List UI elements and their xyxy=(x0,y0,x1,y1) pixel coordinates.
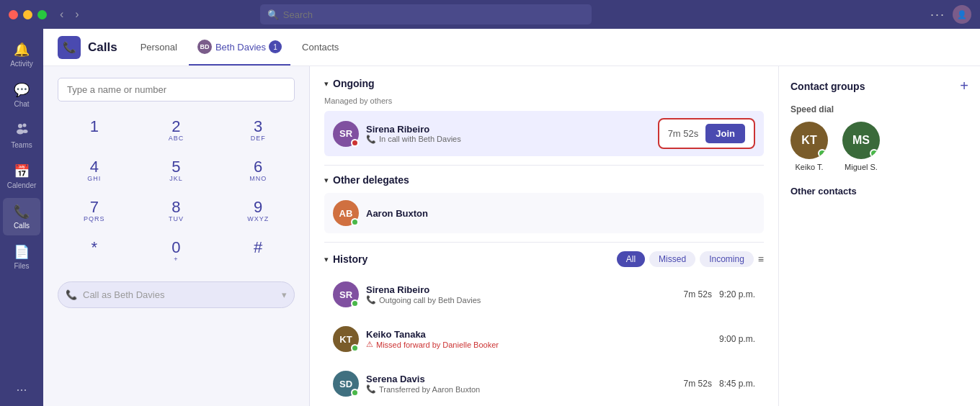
calls-icon-wrap: 📞 xyxy=(58,36,81,59)
sidebar-item-calendar[interactable]: 📅 Calender xyxy=(3,158,40,195)
dialpad-grid: 1 2ABC 3DEF 4GHI 5JKL 6MNO 7PQRS 8TUV 9W… xyxy=(58,114,295,267)
sidebar-item-teams[interactable]: Teams xyxy=(3,117,40,155)
user-avatar[interactable]: 👤 xyxy=(953,5,971,24)
svg-point-3 xyxy=(23,130,28,133)
filter-sort-icon[interactable]: ≡ xyxy=(758,253,764,265)
sidebar-item-label: Teams xyxy=(11,141,32,149)
sirena-status-dot xyxy=(351,139,359,147)
dial-key-8[interactable]: 8TUV xyxy=(140,195,213,227)
keiko-sd-status xyxy=(818,149,827,158)
sidebar-item-files[interactable]: 📄 Files xyxy=(3,238,40,276)
call-timer: 7m 52s xyxy=(668,128,699,139)
history-item-keiko[interactable]: KT Keiko Tanaka ⚠ Missed forward by Dani… xyxy=(324,319,764,359)
call-phone-sub-icon: 📞 xyxy=(366,135,376,144)
contact-groups-header: Contact groups + xyxy=(790,78,968,94)
dial-key-0[interactable]: 0+ xyxy=(140,235,213,267)
hist-serena-meta: 7m 52s 8:45 p.m. xyxy=(684,379,755,389)
history-item-sirena[interactable]: SR Sirena Ribeiro 📞 Outgoing call by Bet… xyxy=(324,274,764,315)
back-button[interactable]: ‹ xyxy=(55,6,68,22)
dial-key-9[interactable]: 9WXYZ xyxy=(221,195,295,227)
keiko-sd-name: Keiko T. xyxy=(796,163,824,171)
dial-key-2[interactable]: 2ABC xyxy=(140,114,213,146)
maximize-dot[interactable] xyxy=(37,10,47,19)
miguel-sd-status xyxy=(870,149,878,158)
speed-dial-title: Speed dial xyxy=(790,104,968,114)
sidebar-item-calls[interactable]: 📞 Calls xyxy=(3,198,40,235)
hist-keiko-status xyxy=(351,344,359,352)
content-area: 📞 Calls Personal BD Beth Davies 1 Contac… xyxy=(43,29,980,406)
forward-button[interactable]: › xyxy=(71,6,83,22)
ongoing-toggle[interactable]: ▾ xyxy=(324,79,329,89)
search-input[interactable] xyxy=(283,9,584,20)
beth-davies-avatar: BD xyxy=(197,40,212,54)
dropdown-arrow-icon[interactable]: ▾ xyxy=(282,289,287,300)
history-section-row: ▾ History All Missed Incoming ≡ xyxy=(324,251,764,267)
sidebar: 🔔 Activity 💬 Chat Teams 📅 Calender 📞 Cal… xyxy=(0,29,43,406)
search-icon: 🔍 xyxy=(267,9,279,20)
search-bar[interactable]: 🔍 xyxy=(260,4,592,24)
tab-beth-davies[interactable]: BD Beth Davies 1 xyxy=(189,30,290,66)
delegate-item[interactable]: AB Aaron Buxton xyxy=(324,193,764,233)
other-delegates-header: ▾ Other delegates xyxy=(324,174,764,186)
history-section-header: ▾ History xyxy=(324,253,368,265)
titlebar: ‹ › 🔍 ··· 👤 xyxy=(0,0,980,29)
more-options-button[interactable]: ··· xyxy=(930,7,945,22)
dial-key-4[interactable]: 4GHI xyxy=(58,155,131,186)
other-contacts-title: Other contacts xyxy=(790,186,968,197)
sirena-avatar-wrap: SR xyxy=(333,121,359,147)
speed-dial-miguel[interactable]: MS Miguel S. xyxy=(842,122,880,171)
transfer-icon: 📞 xyxy=(366,384,376,394)
dial-key-star[interactable]: * xyxy=(58,235,131,267)
tab-beth-davies-label: Beth Davies xyxy=(215,42,266,53)
titlebar-right: ··· 👤 xyxy=(930,5,971,24)
minimize-dot[interactable] xyxy=(23,10,32,19)
dial-key-5[interactable]: 5JKL xyxy=(140,155,213,186)
hist-keiko-meta: 9:00 p.m. xyxy=(719,334,755,344)
dial-key-3[interactable]: 3DEF xyxy=(221,114,295,146)
hist-keiko-avatar-wrap: KT xyxy=(333,326,359,352)
dial-key-hash[interactable]: # xyxy=(221,235,295,267)
svg-point-2 xyxy=(17,130,24,135)
speed-dial-keiko[interactable]: KT Keiko T. xyxy=(790,122,828,171)
join-button[interactable]: Join xyxy=(705,124,745,143)
history-toggle[interactable]: ▾ xyxy=(324,255,329,264)
hist-sirena-sub: 📞 Outgoing call by Beth Davies xyxy=(366,295,677,304)
ongoing-call-name: Sirena Ribeiro xyxy=(366,124,651,135)
ongoing-call-item[interactable]: SR Sirena Ribeiro 📞 In call with Beth Da… xyxy=(324,111,764,156)
sidebar-item-chat[interactable]: 💬 Chat xyxy=(3,76,40,114)
delegates-toggle[interactable]: ▾ xyxy=(324,176,329,185)
dial-key-7[interactable]: 7PQRS xyxy=(58,195,131,227)
sidebar-item-label: Chat xyxy=(14,100,29,108)
join-box: 7m 52s Join xyxy=(658,118,755,149)
history-item-serena[interactable]: SD Serena Davis 📞 Transferred by Aaron B… xyxy=(324,364,764,404)
calls-title: Calls xyxy=(88,40,117,55)
svg-point-0 xyxy=(18,124,22,128)
calls-icon: 📞 xyxy=(14,204,30,220)
dial-key-6[interactable]: 6MNO xyxy=(221,155,295,186)
tab-personal[interactable]: Personal xyxy=(132,32,186,64)
close-dot[interactable] xyxy=(9,10,18,19)
add-contact-group-button[interactable]: + xyxy=(960,78,968,94)
sidebar-more-button[interactable]: ··· xyxy=(16,382,27,397)
sidebar-item-activity[interactable]: 🔔 Activity xyxy=(3,36,40,73)
history-list: SR Sirena Ribeiro 📞 Outgoing call by Bet… xyxy=(324,274,764,404)
delegates-title: Other delegates xyxy=(333,174,409,186)
hist-keiko-name: Keiko Tanaka xyxy=(366,329,712,340)
miguel-sd-avatar: MS xyxy=(842,122,880,159)
sidebar-item-label: Calender xyxy=(7,181,37,189)
hist-sirena-avatar-wrap: SR xyxy=(333,281,359,307)
tab-contacts[interactable]: Contacts xyxy=(293,32,347,64)
dialpad-input[interactable] xyxy=(58,78,295,102)
hist-keiko-info: Keiko Tanaka ⚠ Missed forward by Daniell… xyxy=(366,329,712,349)
dialpad-panel: 1 2ABC 3DEF 4GHI 5JKL 6MNO 7PQRS 8TUV 9W… xyxy=(43,66,310,406)
chat-icon: 💬 xyxy=(14,82,30,98)
filter-incoming-button[interactable]: Incoming xyxy=(700,251,754,267)
ongoing-title: Ongoing xyxy=(333,78,375,89)
filter-all-button[interactable]: All xyxy=(617,251,645,267)
keiko-sd-avatar: KT xyxy=(790,122,828,159)
hist-sirena-duration: 7m 52s xyxy=(684,289,712,299)
ongoing-call-info: Sirena Ribeiro 📞 In call with Beth Davie… xyxy=(366,124,651,144)
filter-missed-button[interactable]: Missed xyxy=(649,251,695,267)
hist-serena-avatar-wrap: SD xyxy=(333,371,359,397)
dial-key-1[interactable]: 1 xyxy=(58,114,131,146)
